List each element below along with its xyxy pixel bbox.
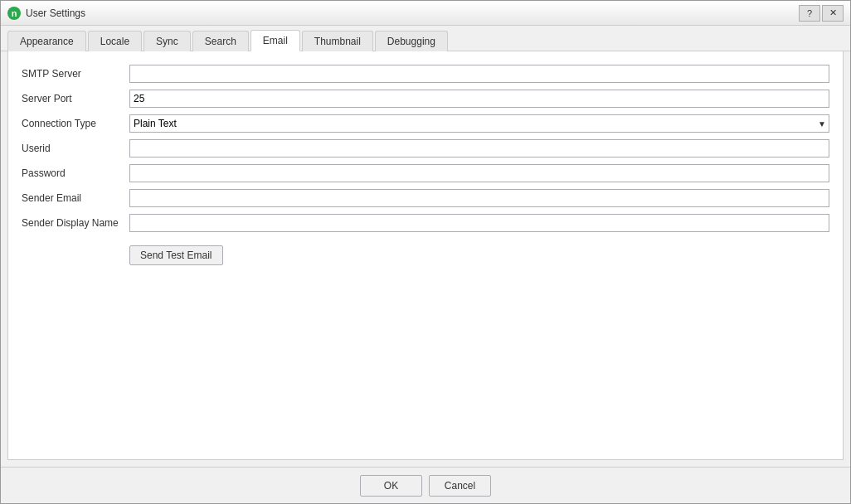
title-bar: User Settings ? ✕ bbox=[1, 1, 850, 26]
userid-label: Userid bbox=[22, 143, 129, 154]
userid-input[interactable] bbox=[129, 139, 829, 158]
close-button[interactable]: ✕ bbox=[822, 5, 844, 22]
connection-type-row: Connection Type Plain Text SSL TLS ▼ bbox=[22, 114, 829, 133]
title-buttons: ? ✕ bbox=[799, 5, 844, 22]
server-port-row: Server Port bbox=[22, 90, 829, 108]
tabs-bar: Appearance Locale Sync Search Email Thum… bbox=[1, 26, 850, 51]
ok-button[interactable]: OK bbox=[360, 475, 422, 497]
connection-type-label: Connection Type bbox=[22, 118, 129, 129]
tab-sync[interactable]: Sync bbox=[143, 31, 191, 51]
send-test-email-button[interactable]: Send Test Email bbox=[129, 245, 223, 265]
cancel-button[interactable]: Cancel bbox=[429, 475, 491, 497]
tab-appearance[interactable]: Appearance bbox=[7, 31, 86, 51]
smtp-server-row: SMTP Server bbox=[22, 65, 829, 83]
window-title: User Settings bbox=[26, 7, 794, 19]
tab-email[interactable]: Email bbox=[250, 30, 300, 51]
send-test-row: Send Test Email bbox=[22, 239, 829, 265]
tab-debugging[interactable]: Debugging bbox=[375, 31, 448, 51]
userid-row: Userid bbox=[22, 139, 829, 158]
help-button[interactable]: ? bbox=[799, 5, 820, 22]
connection-type-wrapper: Plain Text SSL TLS ▼ bbox=[129, 114, 829, 133]
password-row: Password bbox=[22, 164, 829, 182]
tab-locale[interactable]: Locale bbox=[88, 31, 142, 51]
sender-email-label: Sender Email bbox=[22, 192, 129, 204]
sender-display-name-row: Sender Display Name bbox=[22, 214, 829, 232]
app-icon bbox=[7, 7, 21, 20]
scroll-area: SMTP Server Server Port Connection Type … bbox=[8, 51, 843, 459]
sender-email-input[interactable] bbox=[129, 189, 829, 207]
smtp-server-input[interactable] bbox=[129, 65, 829, 83]
smtp-server-label: SMTP Server bbox=[22, 68, 129, 80]
password-label: Password bbox=[22, 167, 129, 179]
tab-search[interactable]: Search bbox=[192, 31, 249, 51]
connection-type-select[interactable]: Plain Text SSL TLS bbox=[129, 114, 829, 133]
password-input[interactable] bbox=[129, 164, 829, 182]
user-settings-window: User Settings ? ✕ Appearance Locale Sync… bbox=[0, 0, 851, 504]
tab-thumbnail[interactable]: Thumbnail bbox=[302, 31, 373, 51]
content-area: Appearance Locale Sync Search Email Thum… bbox=[1, 26, 850, 467]
sender-display-name-label: Sender Display Name bbox=[22, 217, 129, 229]
sender-display-name-input[interactable] bbox=[129, 214, 829, 232]
footer: OK Cancel bbox=[1, 467, 850, 503]
main-panel: SMTP Server Server Port Connection Type … bbox=[7, 51, 844, 460]
server-port-input[interactable] bbox=[129, 90, 829, 108]
sender-email-row: Sender Email bbox=[22, 189, 829, 207]
server-port-label: Server Port bbox=[22, 93, 129, 104]
